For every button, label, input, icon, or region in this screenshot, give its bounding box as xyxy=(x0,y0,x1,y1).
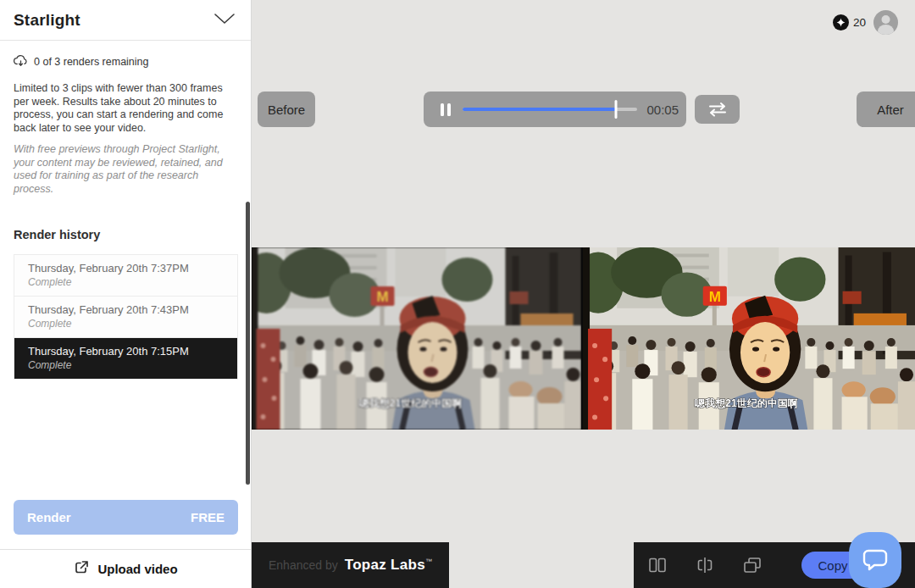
credits-star-icon xyxy=(833,14,849,31)
limit-text: Limited to 3 clips with fewer than 300 f… xyxy=(14,82,239,135)
chat-launcher-button[interactable] xyxy=(849,532,901,588)
renders-remaining-row: 0 of 3 renders remaining xyxy=(14,54,149,69)
video-after-frame: 嗯我想21世纪的中国啊 xyxy=(583,247,915,430)
render-date: Thursday, February 20th 7:15PM xyxy=(28,345,224,358)
video-comparison[interactable]: 嗯我想21世纪的中国啊 嗯我想21世纪的中国啊 xyxy=(252,247,915,430)
before-label: Before xyxy=(258,92,315,127)
trademark-symbol: ™ xyxy=(425,557,432,565)
sidebar: Starlight 0 of 3 renders remaining Limit… xyxy=(0,0,252,588)
overlay-view-button[interactable] xyxy=(729,542,776,588)
render-status: Complete xyxy=(28,359,224,371)
sidebar-scrollbar[interactable] xyxy=(246,202,250,485)
progress-fill xyxy=(463,108,616,111)
render-date: Thursday, February 20th 7:43PM xyxy=(28,303,224,316)
render-status: Complete xyxy=(28,318,224,330)
renders-remaining-text: 0 of 3 renders remaining xyxy=(34,56,149,68)
video-before-frame: 嗯我想21世纪的中国啊 xyxy=(252,247,581,430)
render-button-label: Render xyxy=(27,510,71,524)
render-button-price: FREE xyxy=(191,510,225,524)
cloud-render-icon xyxy=(14,54,28,69)
watermark-bar: Enhanced by Topaz Labs ™ xyxy=(252,542,449,588)
chevron-down-icon[interactable] xyxy=(214,13,236,28)
brand-wordmark: Topaz Labs ™ xyxy=(345,557,432,574)
upload-label: Upload video xyxy=(97,562,177,576)
enhanced-by-text: Enhanced by xyxy=(269,558,338,572)
credits-cluster: 20 xyxy=(833,10,898,35)
chat-bubble-icon xyxy=(862,546,889,575)
subtitle-before: 嗯我想21世纪的中国啊 xyxy=(359,397,462,409)
side-by-side-view-button[interactable] xyxy=(634,542,681,588)
playback-bar: 00:05 xyxy=(424,92,686,127)
app-title: Starlight xyxy=(14,11,80,30)
render-history-heading: Render history xyxy=(14,228,100,241)
split-view-button[interactable] xyxy=(681,542,729,588)
subtitle-after: 嗯我想21世纪的中国啊 xyxy=(695,397,798,409)
render-history-item[interactable]: Thursday, February 20th 7:43PM Complete xyxy=(14,297,237,338)
render-history-item[interactable]: Thursday, February 20th 7:37PM Complete xyxy=(14,255,237,297)
disclaimer-text: With free previews through Project Starl… xyxy=(14,143,239,196)
upload-video-button[interactable]: Upload video xyxy=(0,549,251,588)
credits-count: 20 xyxy=(853,16,866,29)
loop-button[interactable] xyxy=(695,95,740,124)
progress-slider[interactable] xyxy=(463,108,637,111)
render-date: Thursday, February 20th 7:37PM xyxy=(28,262,224,275)
render-button[interactable]: Render FREE xyxy=(14,500,238,535)
render-history-list: Thursday, February 20th 7:37PM Complete … xyxy=(14,254,238,380)
avatar[interactable] xyxy=(873,10,898,35)
app-window: M xyxy=(0,0,915,588)
pause-button[interactable] xyxy=(432,92,459,127)
brand-name: Topaz Labs xyxy=(345,557,425,574)
timestamp: 00:05 xyxy=(646,92,679,127)
upload-icon xyxy=(73,559,90,580)
after-label: After xyxy=(857,92,915,127)
progress-thumb[interactable] xyxy=(615,100,618,119)
render-status: Complete xyxy=(28,276,224,288)
sidebar-header: Starlight xyxy=(0,0,251,41)
render-history-item[interactable]: Thursday, February 20th 7:15PM Complete xyxy=(14,338,237,379)
